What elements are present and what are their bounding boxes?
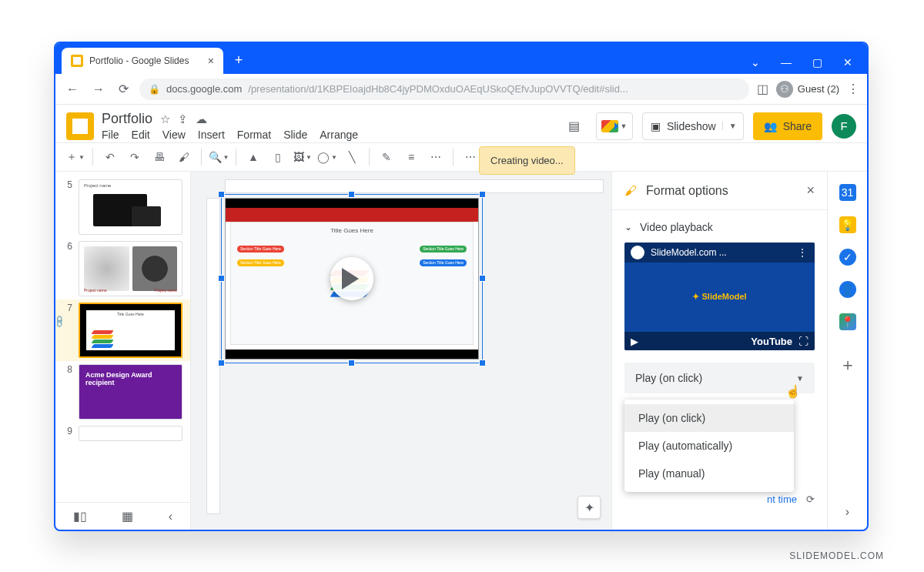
url-field[interactable]: 🔒 docs.google.com/presentation/d/1KBPEIo… [139,79,749,100]
refresh-icon[interactable]: ⟳ [806,493,815,505]
resize-handle[interactable] [479,191,486,198]
resize-handle[interactable] [479,275,486,282]
new-tab-button[interactable]: + [228,49,249,71]
star-icon[interactable]: ☆ [160,112,170,126]
play-icon[interactable]: ▶ [631,336,638,347]
redo-button[interactable]: ↷ [124,146,146,168]
slide-number: 9 [63,426,72,441]
nav-back-icon[interactable]: ← [63,79,82,99]
fullscreen-icon[interactable]: ⛶ [798,336,808,347]
window-close-icon[interactable]: ✕ [842,57,853,68]
resize-handle[interactable] [479,360,486,366]
select-tool[interactable]: ▲ [243,146,264,168]
menu-insert[interactable]: Insert [198,129,225,141]
selection-outline [221,194,483,363]
undo-button[interactable]: ↶ [99,146,121,168]
menu-arrange[interactable]: Arrange [320,129,358,141]
border-dash-button[interactable]: ⋯ [425,146,447,168]
tab-close-icon[interactable]: × [208,55,214,67]
menu-file[interactable]: File [102,129,119,141]
browser-menu-icon[interactable]: ⋮ [847,82,859,96]
shape-tool[interactable]: ◯▼ [316,146,338,168]
menu-view[interactable]: View [162,129,186,141]
paint-format-button[interactable]: 🖌 [173,146,195,168]
guest-label: Guest (2) [798,83,839,95]
slide-thumbnail[interactable]: 6 Project name Project name [55,238,190,299]
collapse-filmstrip-icon[interactable]: ‹ [169,510,172,523]
play-option-automatically[interactable]: Play (automatically) [624,432,794,460]
play-option-on-click[interactable]: Play (on click) [624,404,794,432]
explore-button[interactable]: ✦ [578,496,601,519]
youtube-label[interactable]: YouTube [751,336,792,347]
slides-favicon [71,55,83,67]
document-title[interactable]: Portfolio [102,111,152,127]
grid-view-icon[interactable]: ▦ [122,509,133,523]
slide-number: 7 [63,303,72,358]
thumb-text: Acme Design Award recipient [79,365,182,419]
new-slide-button[interactable]: ＋▼ [65,146,86,168]
border-color-button[interactable]: ✎ [376,146,397,168]
calendar-icon[interactable]: 31 [839,184,856,201]
menu-edit[interactable]: Edit [132,129,150,141]
window-maximize-icon[interactable]: ▢ [812,57,822,68]
slide-thumbnail[interactable]: 5 Project name [55,176,190,238]
filmstrip-view-icon[interactable]: ▮▯ [73,509,87,523]
video-preview[interactable]: SlideModel.com ... ⋮ ✦ SlideModel ▶ YouT… [624,243,815,350]
comments-icon[interactable]: ▤ [562,114,587,139]
panel-close-icon[interactable]: × [806,182,815,199]
browser-tab[interactable]: Portfolio - Google Slides × [62,48,223,74]
url-host: docs.google.com [166,83,242,95]
filmstrip-footer: ▮▯ ▦ ‹ [55,502,190,530]
window-minimize-icon[interactable]: — [781,57,792,68]
resize-handle[interactable] [348,191,355,198]
play-mode-select[interactable]: Play (on click) ▼ [624,363,815,393]
share-icon: 👥 [764,120,777,132]
maps-icon[interactable]: 📍 [839,313,856,330]
hide-rail-icon[interactable]: › [845,505,849,519]
resize-handle[interactable] [218,360,225,366]
meet-icon [601,120,618,132]
textbox-tool[interactable]: ▯ [267,146,289,168]
print-button[interactable]: 🖶 [149,146,170,168]
slide-thumbnail[interactable]: 9 [55,423,190,444]
slide-number: 5 [63,179,72,235]
video-playback-section[interactable]: ⌄ Video playback [624,221,815,233]
format-options-panel: 🖌 Format options × ⌄ Video playback Slid… [611,172,827,530]
contacts-icon[interactable]: 👤 [839,281,856,298]
cloud-status-icon[interactable]: ☁ [196,112,207,126]
slide-canvas-area[interactable]: Title Goes Here Section Title Goes Here … [191,172,611,530]
more-button[interactable]: ⋯ [460,146,481,168]
border-weight-button[interactable]: ≡ [400,146,422,168]
menu-slide[interactable]: Slide [283,129,307,141]
slide-thumbnail[interactable]: 7 🔗 Title Goes Here [55,299,190,361]
tasks-icon[interactable]: ✓ [839,249,856,266]
meet-button[interactable]: ▼ [596,112,633,140]
profile-chip[interactable]: ⚇ Guest (2) [776,81,839,98]
addons-icon[interactable]: ＋ [839,353,856,376]
slideshow-button[interactable]: ▣ Slideshow ▼ [642,112,744,140]
image-tool[interactable]: 🖼▼ [292,146,313,168]
chevron-down-icon[interactable]: ⌄ [750,57,761,68]
account-avatar[interactable]: F [832,114,856,139]
zoom-button[interactable]: 🔍▼ [208,146,229,168]
keep-icon[interactable]: 💡 [839,216,856,233]
time-label: nt time [767,493,797,505]
selected-video-object[interactable]: Title Goes Here Section Title Goes Here … [225,198,479,360]
slide-thumbnail[interactable]: 8 Acme Design Award recipient [55,361,190,423]
nav-reload-icon[interactable]: ⟳ [116,79,132,99]
resize-handle[interactable] [218,275,225,282]
side-panel-icon[interactable]: ◫ [757,82,768,96]
share-button[interactable]: 👥 Share [753,112,822,140]
play-option-manual[interactable]: Play (manual) [624,460,794,487]
resize-handle[interactable] [348,360,355,366]
slide-number: 6 [63,241,72,296]
line-tool[interactable]: ╲ [341,146,363,168]
window-titlebar: Portfolio - Google Slides × + ⌄ — ▢ ✕ [55,43,867,74]
menu-format[interactable]: Format [237,129,271,141]
slide-number: 8 [63,364,72,420]
chevron-down-icon[interactable]: ▼ [722,122,737,130]
resize-handle[interactable] [218,191,225,198]
nav-forward-icon[interactable]: → [89,79,108,99]
slides-logo-icon[interactable] [66,112,94,140]
move-icon[interactable]: ⇪ [178,112,188,126]
